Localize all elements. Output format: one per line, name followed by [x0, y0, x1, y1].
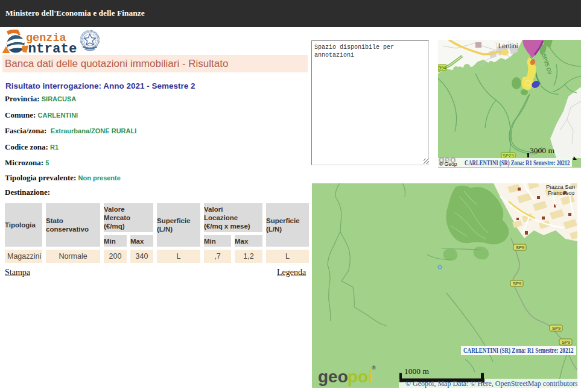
svg-text:ntrate: ntrate: [28, 41, 77, 55]
svg-text:®: ®: [372, 365, 376, 371]
svg-text:394: 394: [439, 65, 446, 71]
svg-text:SP9: SP9: [516, 245, 524, 250]
svg-text:Lentini: Lentini: [498, 42, 518, 49]
svg-text:SP9: SP9: [552, 326, 560, 331]
svg-text:CARLENTINI (SR) Zona: R1 Semes: CARLENTINI (SR) Zona: R1 Semestre: 20212: [465, 158, 570, 167]
svg-text:SP9: SP9: [513, 281, 521, 286]
svg-text:SP9: SP9: [562, 340, 570, 345]
svg-text:© Geopoi, Map Data: © Here, Op: © Geopoi, Map Data: © Here, OpenStreetMa…: [405, 379, 577, 388]
svg-text:© Geop: © Geop: [439, 161, 457, 167]
svg-text:geo: geo: [318, 367, 348, 386]
svg-text:3000 m: 3000 m: [530, 146, 554, 155]
svg-text:1000 m: 1000 m: [404, 367, 429, 376]
svg-text:Francesco: Francesco: [548, 189, 574, 196]
svg-text:po: po: [348, 367, 368, 386]
svg-text:CARLENTINI (SR) Zona: R1 Semes: CARLENTINI (SR) Zona: R1 Semestre: 20212: [463, 346, 574, 355]
